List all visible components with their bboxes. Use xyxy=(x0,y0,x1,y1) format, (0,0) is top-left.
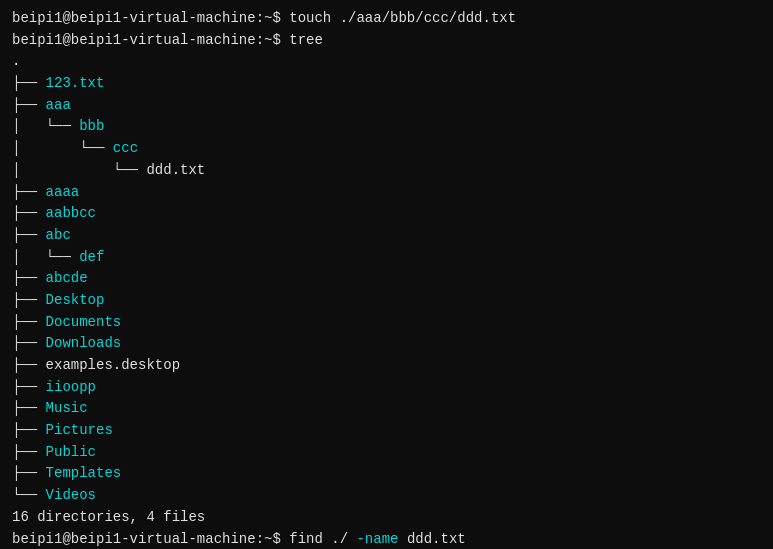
terminal-text: ├── xyxy=(12,335,46,351)
terminal-text: def xyxy=(79,249,104,265)
terminal-line: ├── Music xyxy=(12,398,761,420)
terminal-line: ├── 123.txt xyxy=(12,73,761,95)
terminal-text: beipi1@beipi1-virtual-machine:~$ find ./ xyxy=(12,531,356,547)
terminal-text: ├── xyxy=(12,270,46,286)
terminal-text: ├── xyxy=(12,422,46,438)
terminal-text: Downloads xyxy=(46,335,122,351)
terminal-text: Pictures xyxy=(46,422,113,438)
terminal-text: ├── xyxy=(12,314,46,330)
terminal-text: beipi1@beipi1-virtual-machine:~$ touch .… xyxy=(12,10,516,26)
terminal-text: │ └── xyxy=(12,118,79,134)
terminal-line: ├── Downloads xyxy=(12,333,761,355)
terminal-line: ├── examples.desktop xyxy=(12,355,761,377)
terminal-line: ├── Desktop xyxy=(12,290,761,312)
terminal-text: Templates xyxy=(46,465,122,481)
terminal-line: ├── aaa xyxy=(12,95,761,117)
terminal-line: │ └── bbb xyxy=(12,116,761,138)
terminal-line: └── Videos xyxy=(12,485,761,507)
terminal-text: bbb xyxy=(79,118,104,134)
terminal-text: beipi1@beipi1-virtual-machine:~$ tree xyxy=(12,32,323,48)
terminal-text: ├── xyxy=(12,292,46,308)
terminal-text: │ └── xyxy=(12,140,113,156)
terminal-text: 16 directories, 4 files xyxy=(12,509,205,525)
terminal-text: └── xyxy=(12,487,46,503)
terminal-line: ├── aabbcc xyxy=(12,203,761,225)
terminal-text: ├── examples.desktop xyxy=(12,357,180,373)
terminal-text: iioopp xyxy=(46,379,96,395)
terminal-text: ├── xyxy=(12,465,46,481)
terminal-line: │ └── ddd.txt xyxy=(12,160,761,182)
terminal-line: beipi1@beipi1-virtual-machine:~$ touch .… xyxy=(12,8,761,30)
terminal-text: 123.txt xyxy=(46,75,105,91)
terminal-line: ├── abcde xyxy=(12,268,761,290)
terminal-line: beipi1@beipi1-virtual-machine:~$ tree xyxy=(12,30,761,52)
terminal-text: ├── xyxy=(12,227,46,243)
terminal-line: │ └── ccc xyxy=(12,138,761,160)
terminal-text: ├── xyxy=(12,444,46,460)
terminal-text: │ └── xyxy=(12,249,79,265)
terminal-line: 16 directories, 4 files xyxy=(12,507,761,529)
terminal-line: ├── Documents xyxy=(12,312,761,334)
terminal-line: ├── Public xyxy=(12,442,761,464)
terminal-text: ├── xyxy=(12,75,46,91)
terminal-text: aabbcc xyxy=(46,205,96,221)
terminal-line: │ └── def xyxy=(12,247,761,269)
terminal-text: Desktop xyxy=(46,292,105,308)
terminal-text: aaaa xyxy=(46,184,80,200)
terminal-text: abcde xyxy=(46,270,88,286)
terminal-text: ├── xyxy=(12,379,46,395)
terminal-text: aaa xyxy=(46,97,71,113)
terminal-line: ├── Templates xyxy=(12,463,761,485)
terminal-line: . xyxy=(12,51,761,73)
terminal-line: ├── aaaa xyxy=(12,182,761,204)
terminal-text: Public xyxy=(46,444,96,460)
terminal-text: ccc xyxy=(113,140,138,156)
terminal-line: ├── abc xyxy=(12,225,761,247)
terminal-text: ├── xyxy=(12,205,46,221)
terminal-text: Videos xyxy=(46,487,96,503)
terminal-text: abc xyxy=(46,227,71,243)
terminal-text: . xyxy=(12,53,20,69)
terminal-window: beipi1@beipi1-virtual-machine:~$ touch .… xyxy=(0,0,773,549)
terminal-text: -name xyxy=(356,531,398,547)
terminal-text: ddd.txt xyxy=(398,531,465,547)
terminal-line: ├── iioopp xyxy=(12,377,761,399)
terminal-text: Music xyxy=(46,400,88,416)
terminal-text: ├── xyxy=(12,97,46,113)
terminal-text: ├── xyxy=(12,184,46,200)
terminal-line: ├── Pictures xyxy=(12,420,761,442)
terminal-text: ├── xyxy=(12,400,46,416)
terminal-text: │ └── ddd.txt xyxy=(12,162,205,178)
terminal-line: beipi1@beipi1-virtual-machine:~$ find ./… xyxy=(12,529,761,550)
terminal-text: Documents xyxy=(46,314,122,330)
